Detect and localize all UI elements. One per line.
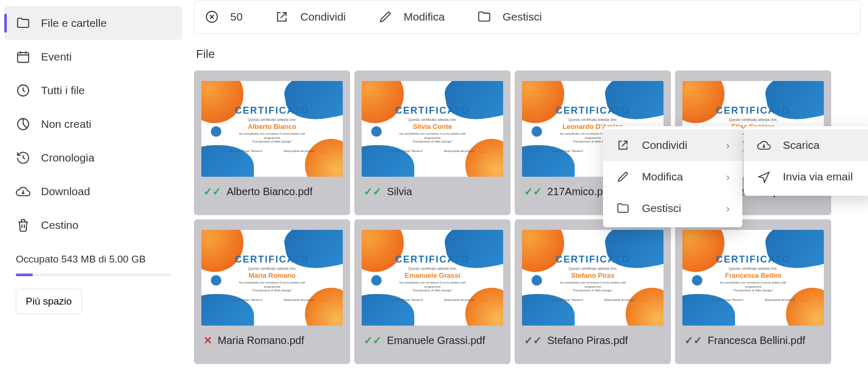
file-name: 217Amico.pdf <box>547 186 611 198</box>
sidebar-item-allfiles[interactable]: Tutti i file <box>4 74 182 107</box>
edit-label: Modifica <box>404 11 445 23</box>
file-name: Maria Romano.pdf <box>218 335 304 347</box>
main: 50 Condividi Modifica Gestisci File CERT… <box>187 0 868 374</box>
sidebar-item-label: File e cartelle <box>41 17 107 29</box>
sidebar-item-files[interactable]: File e cartelle <box>4 6 182 40</box>
folder-outline-icon <box>476 9 492 25</box>
share-icon <box>274 9 290 25</box>
selection-count: 50 <box>230 11 242 23</box>
certificate-thumbnail: CERTIFICATO Questo certificato attesta c… <box>201 230 343 326</box>
chevron-right-icon: › <box>713 170 730 183</box>
card-footer: ✕ Maria Romano.pdf <box>201 334 343 347</box>
pencil-icon <box>616 169 630 184</box>
file-grid: CERTIFICATO Questo certificato attesta c… <box>194 70 861 364</box>
file-name: Stefano Piras.pdf <box>547 335 628 347</box>
file-card[interactable]: CERTIFICATO Questo certificato attesta c… <box>194 219 350 364</box>
sidebar-item-label: Cestino <box>41 219 78 231</box>
send-icon <box>757 169 771 184</box>
folder-outline-icon <box>616 201 630 216</box>
certificate-thumbnail: CERTIFICATO Questo certificato attesta c… <box>362 230 503 326</box>
history-icon <box>16 150 30 165</box>
status-icon: ✕ <box>203 334 212 347</box>
ctx-email[interactable]: Invia via email <box>744 161 868 193</box>
section-title: File <box>196 47 859 61</box>
edit-button[interactable]: Modifica <box>373 4 449 30</box>
pie-icon <box>16 117 30 132</box>
ctx-download[interactable]: Scarica <box>744 129 868 161</box>
file-card[interactable]: CERTIFICATO Questo certificato attesta c… <box>354 70 510 215</box>
file-card[interactable]: CERTIFICATO Questo certificato attesta c… <box>354 219 510 364</box>
certificate-thumbnail: CERTIFICATO Questo certificato attesta c… <box>201 81 343 177</box>
ctx-share[interactable]: Condividi › <box>603 129 742 161</box>
manage-button[interactable]: Gestisci <box>472 4 546 30</box>
card-footer: ✓✓ Francesca Bellini.pdf <box>682 334 824 347</box>
manage-label: Gestisci <box>503 11 542 23</box>
sidebar-item-notcreated[interactable]: Non creati <box>4 107 182 141</box>
sidebar-item-label: Non creati <box>41 118 91 130</box>
context-submenu-share: Scarica Invia via email <box>744 126 868 196</box>
svg-rect-0 <box>18 53 29 63</box>
status-icon: ✓✓ <box>203 185 221 198</box>
file-name: Emanuele Grassi.pdf <box>387 335 485 347</box>
storage-text: Occupato 543 MB di 5.00 GB <box>16 254 171 265</box>
card-footer: ✓✓ Alberto Bianco.pdf <box>201 185 343 198</box>
pencil-icon <box>377 9 393 25</box>
ctx-label: Modifica <box>642 170 683 183</box>
sidebar-item-label: Tutti i file <box>41 84 85 97</box>
chevron-right-icon: › <box>713 139 730 151</box>
status-icon: ✓✓ <box>364 185 382 198</box>
sidebar-item-label: Cronologia <box>41 151 95 164</box>
context-menu: Condividi › Modifica › Gestisci › <box>603 126 742 227</box>
share-button[interactable]: Condividi <box>270 4 350 30</box>
ctx-manage[interactable]: Gestisci › <box>603 193 742 224</box>
ctx-label: Scarica <box>783 139 820 151</box>
storage-bar <box>16 274 171 276</box>
chevron-right-icon: › <box>713 202 730 215</box>
card-footer: ✓✓ Silvia <box>362 185 503 198</box>
status-icon: ✓✓ <box>524 334 542 347</box>
deselect-button[interactable]: 50 <box>200 4 247 30</box>
certificate-thumbnail: CERTIFICATO Questo certificato attesta c… <box>682 230 824 326</box>
card-footer: ✓✓ Stefano Piras.pdf <box>522 334 663 347</box>
share-icon <box>616 138 630 153</box>
certificate-thumbnail: CERTIFICATO Questo certificato attesta c… <box>522 230 663 326</box>
more-space-button[interactable]: Più spazio <box>16 289 82 314</box>
status-icon: ✓✓ <box>685 334 702 347</box>
card-footer: ✓✓ Emanuele Grassi.pdf <box>362 334 503 347</box>
calendar-icon <box>16 49 30 64</box>
cloud-download-icon <box>16 184 30 199</box>
certificate-thumbnail: CERTIFICATO Questo certificato attesta c… <box>362 81 503 177</box>
file-card[interactable]: CERTIFICATO Questo certificato attesta c… <box>675 219 831 364</box>
sidebar: File e cartelle Eventi Tutti i file Non … <box>0 0 187 374</box>
close-circle-icon <box>204 9 220 25</box>
cloud-download-icon <box>757 138 771 153</box>
ctx-edit[interactable]: Modifica › <box>603 161 742 193</box>
status-icon: ✓✓ <box>364 334 382 347</box>
ctx-label: Gestisci <box>642 202 681 215</box>
selection-toolbar: 50 Condividi Modifica Gestisci <box>194 0 861 34</box>
storage-block: Occupato 543 MB di 5.00 GB Più spazio <box>4 254 182 314</box>
folder-icon <box>16 16 30 31</box>
ctx-label: Condividi <box>642 139 687 151</box>
sidebar-item-download[interactable]: Download <box>4 175 182 208</box>
sidebar-item-label: Eventi <box>41 50 72 63</box>
status-icon: ✓✓ <box>524 185 542 198</box>
file-name: Alberto Bianco.pdf <box>227 186 312 198</box>
file-card[interactable]: CERTIFICATO Questo certificato attesta c… <box>515 219 671 364</box>
share-label: Condividi <box>300 11 345 23</box>
sidebar-item-label: Download <box>41 185 90 198</box>
file-name: Silvia <box>387 186 412 198</box>
file-card[interactable]: CERTIFICATO Questo certificato attesta c… <box>194 70 350 215</box>
ctx-label: Invia via email <box>783 170 853 183</box>
trash-icon <box>16 218 30 233</box>
sidebar-item-history[interactable]: Cronologia <box>4 141 182 175</box>
file-name: Francesca Bellini.pdf <box>708 335 805 347</box>
sidebar-item-trash[interactable]: Cestino <box>4 208 182 242</box>
sidebar-item-events[interactable]: Eventi <box>4 40 182 74</box>
clock-icon <box>16 83 30 98</box>
